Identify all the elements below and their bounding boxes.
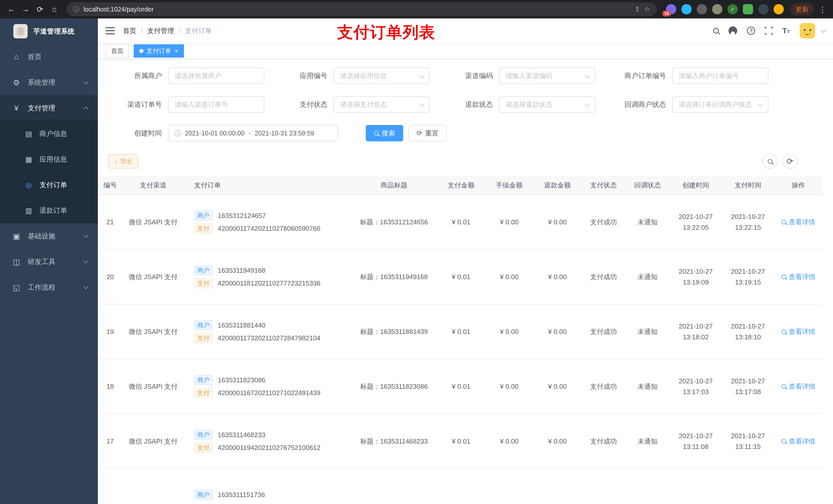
user-avatar[interactable]	[800, 23, 815, 39]
refresh-table-button[interactable]: ⟳	[782, 154, 798, 169]
tab-home[interactable]: 首页	[105, 44, 129, 57]
breadcrumb-home[interactable]: 首页	[123, 26, 136, 35]
extension-icon[interactable]	[681, 4, 692, 14]
sidebar-item-system[interactable]: ⚙ 系统管理	[0, 70, 98, 95]
breadcrumb: 首页 / 支付管理 / 支付订单	[123, 26, 212, 35]
address-bar[interactable]: ⓘ localhost:1024/pay/order ⇧ ☆	[67, 2, 657, 16]
refresh-icon: ⟳	[416, 130, 422, 137]
app-no-select[interactable]: 请选择应用信息	[334, 68, 430, 84]
sidebar-item-refund-order[interactable]: ▥ 退款订单	[0, 198, 98, 223]
select-placeholder: 请输入渠道编码	[506, 71, 552, 80]
column-header: 操作	[774, 176, 823, 195]
extension-icon[interactable]	[758, 4, 768, 14]
sidebar-item-app-info[interactable]: ▦ 应用信息	[0, 146, 98, 172]
notify-status: 未通知	[638, 273, 658, 281]
chevron-down-icon[interactable]	[821, 28, 826, 33]
create-date: 2021-10-27	[670, 211, 722, 222]
sidebar-item-dev-tools[interactable]: ◫ 研发工具	[0, 249, 98, 274]
order-id: 20	[106, 273, 114, 281]
share-icon[interactable]: ⇧	[635, 5, 640, 13]
pay-order-no: 4200001181202110277723215336	[218, 280, 320, 287]
channel-code-select[interactable]: 请输入渠道编码	[499, 68, 595, 84]
notify-status: 未通知	[638, 383, 658, 390]
forward-button[interactable]: →	[19, 2, 33, 16]
chrome-update-button[interactable]: 更新	[790, 3, 814, 16]
back-button[interactable]: ←	[4, 2, 19, 16]
channel-order-no-input[interactable]	[168, 96, 264, 113]
tab-pay-order[interactable]: 支付订单 ×	[134, 44, 184, 57]
font-size-icon[interactable]: TT	[782, 27, 790, 34]
sidebar-item-merchant-info[interactable]: ▤ 商户信息	[0, 121, 98, 146]
extension-icon[interactable]	[697, 4, 707, 14]
pay-date: 2021-10-27	[722, 211, 774, 222]
breadcrumb-section[interactable]: 支付管理	[147, 26, 174, 35]
column-header: 支付状态	[581, 176, 625, 195]
browser-menu-icon[interactable]: ⋮	[819, 5, 826, 14]
search-button[interactable]: 搜索	[366, 125, 403, 141]
select-placeholder: 请选择订单回调商户状态	[679, 100, 752, 109]
export-button[interactable]: ↓ 导出	[108, 154, 138, 169]
create-date: 2021-10-27	[670, 321, 722, 332]
refund-amount: ¥ 0.00	[548, 218, 567, 226]
create-date: 2021-10-27	[670, 376, 722, 386]
merchant-order-no: 1635311949168	[218, 267, 265, 274]
notify-status-select[interactable]: 请选择订单回调商户状态	[672, 96, 768, 113]
toggle-search-button[interactable]	[762, 154, 778, 169]
pay-channel: 微信 JSAPI 支付	[129, 218, 178, 226]
github-icon[interactable]	[729, 26, 737, 35]
column-header: 商品标题	[351, 176, 437, 195]
field-label: 渠道订单号	[108, 100, 162, 109]
table-row: 18 微信 JSAPI 支付 商户 1635311823086 支付 42000…	[98, 359, 823, 414]
create-date: 2021-10-27	[670, 266, 722, 277]
view-detail-link[interactable]: 查看详情	[782, 272, 815, 282]
goods-title: 标题：1635311823086	[360, 383, 428, 390]
fee-amount: ¥ 0.00	[500, 273, 519, 281]
magnifier-icon	[782, 329, 786, 334]
fee-amount: ¥ 0.00	[500, 437, 519, 445]
sidebar-item-home[interactable]: ⌂ 首页	[0, 44, 98, 70]
close-icon[interactable]: ×	[175, 48, 178, 54]
sidebar-item-label: 系统管理	[28, 78, 55, 87]
help-icon[interactable]: ?	[747, 27, 755, 35]
create-time-range-input[interactable]: 2021-10-01 00:00:00 - 2021-10-31 23:59:5…	[168, 125, 338, 141]
profile-avatar[interactable]	[774, 4, 784, 14]
reset-button[interactable]: ⟳ 重置	[408, 125, 447, 141]
search-icon[interactable]	[713, 28, 719, 33]
bookmark-star-icon[interactable]: ☆	[644, 5, 650, 13]
sidebar-item-pay-order[interactable]: ◎ 支付订单	[0, 172, 98, 198]
owner-merchant-input[interactable]	[168, 68, 264, 84]
pay-amount: ¥ 0.01	[452, 328, 470, 335]
merchant-order-no: 1635311151736	[218, 491, 265, 499]
extension-icon[interactable]	[743, 4, 753, 14]
fee-amount: ¥ 0.00	[500, 328, 519, 335]
extension-icon[interactable]: 10	[666, 4, 676, 14]
collapse-menu-icon[interactable]	[105, 27, 115, 34]
fullscreen-icon[interactable]	[765, 27, 772, 34]
site-info-icon[interactable]: ⓘ	[73, 5, 79, 13]
merchant-badge: 商户	[194, 375, 213, 385]
sidebar-item-workflow[interactable]: ◱ 工作流程	[0, 274, 98, 300]
browser-window: ← → ⟳ ⌂ ⓘ localhost:1024/pay/order ⇧ ☆ 1…	[0, 0, 833, 504]
create-time: 13:19:09	[670, 277, 722, 288]
refresh-button[interactable]: ⟳	[33, 2, 47, 16]
app-title: 芋道管理系统	[33, 27, 75, 36]
extension-icon[interactable]	[712, 4, 722, 14]
sidebar-item-infrastructure[interactable]: ▣ 基础设施	[0, 223, 98, 249]
pay-status: 支付成功	[590, 437, 617, 445]
select-placeholder: 请选择应用信息	[340, 71, 387, 80]
home-button[interactable]: ⌂	[47, 2, 62, 16]
create-time: 13:17:03	[670, 386, 722, 397]
view-detail-link[interactable]: 查看详情	[782, 327, 815, 336]
select-placeholder: 请选择退款状态	[506, 100, 552, 109]
view-detail-link[interactable]: 查看详情	[782, 218, 815, 226]
sidebar-item-payment[interactable]: ¥ 支付管理	[0, 95, 98, 121]
view-detail-link[interactable]: 查看详情	[782, 437, 815, 446]
refund-status-select[interactable]: 请选择退款状态	[499, 96, 595, 113]
field-label: 应用编号	[284, 71, 327, 80]
pay-status-select[interactable]: 请选择支付状态	[334, 96, 430, 113]
date-start: 2021-10-01 00:00:00	[185, 129, 244, 137]
extension-icon[interactable]: ✓	[728, 4, 738, 14]
view-detail-link[interactable]: 查看详情	[782, 382, 815, 391]
extensions-area: 10 ✓	[666, 4, 784, 14]
merchant-order-no-input[interactable]	[672, 68, 768, 84]
